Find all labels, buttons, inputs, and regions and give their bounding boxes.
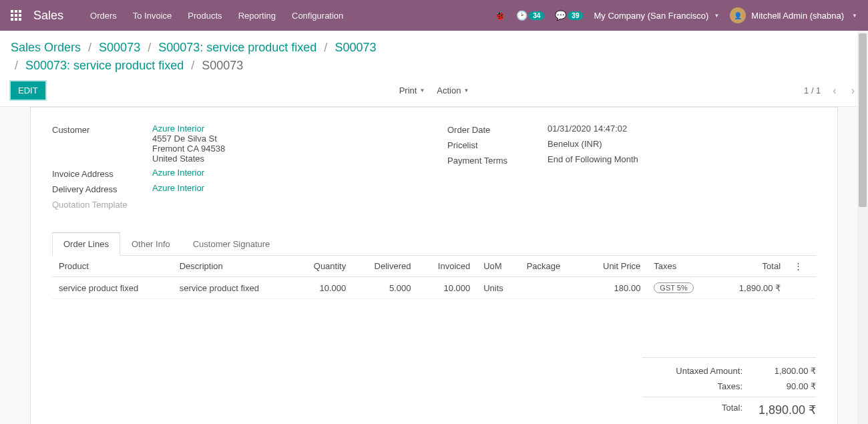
customer-street: 4557 De Silva St: [152, 134, 421, 144]
control-panel: Sales Orders / S00073 / S00073: service …: [0, 31, 868, 107]
grand-total-value: 1,890.00 ₹: [756, 403, 816, 417]
cell-package: [520, 277, 582, 299]
crumb-sep: /: [88, 41, 91, 54]
activities-button[interactable]: 🕑 34: [516, 10, 544, 21]
cp-center: Print Action: [399, 85, 469, 95]
th-taxes[interactable]: Taxes: [647, 256, 716, 277]
pager-next[interactable]: ›: [849, 85, 857, 97]
customer-link[interactable]: Azure Interior: [152, 124, 204, 134]
avatar: 👤: [730, 7, 746, 23]
untaxed-label: Untaxed Amount:: [642, 366, 742, 376]
th-package[interactable]: Package: [520, 256, 582, 277]
label-payment-terms: Payment Terms: [447, 154, 548, 166]
grand-total-label: Total:: [642, 403, 742, 417]
company-name: My Company (San Francisco): [594, 11, 708, 21]
value-customer: Azure Interior 4557 De Silva St Fremont …: [152, 124, 421, 164]
cell-description: service product fixed: [173, 277, 294, 299]
crumb-s00073-1[interactable]: S00073: [99, 41, 140, 54]
edit-button[interactable]: Edit: [11, 81, 45, 99]
crumb-sales-orders[interactable]: Sales Orders: [11, 41, 81, 54]
tab-customer-signature[interactable]: Customer Signature: [182, 232, 282, 255]
th-kebab[interactable]: ⋮: [787, 256, 816, 277]
action-dropdown[interactable]: Action: [437, 85, 469, 95]
form-left-col: Customer Azure Interior 4557 De Silva St…: [52, 124, 421, 214]
th-uom[interactable]: UoM: [477, 256, 519, 277]
th-description[interactable]: Description: [173, 256, 294, 277]
bug-icon[interactable]: 🐞: [494, 10, 505, 21]
clock-icon: 🕑: [516, 10, 527, 21]
nav-to-invoice[interactable]: To Invoice: [133, 11, 172, 21]
th-total[interactable]: Total: [716, 256, 787, 277]
brand-title[interactable]: Sales: [33, 9, 63, 23]
cell-quantity: 10.000: [293, 277, 353, 299]
pager-prev[interactable]: ‹: [830, 85, 839, 97]
cell-delivered: 5.000: [353, 277, 417, 299]
table-row[interactable]: service product fixed service product fi…: [52, 277, 816, 299]
tab-order-lines[interactable]: Order Lines: [52, 232, 120, 256]
tax-pill: GST 5%: [654, 282, 693, 293]
user-menu[interactable]: 👤 Mitchell Admin (shabna): [730, 7, 857, 23]
totals: Untaxed Amount: 1,800.00 ₹ Taxes: 90.00 …: [642, 357, 816, 420]
untaxed-value: 1,800.00 ₹: [756, 366, 816, 376]
row-kebab[interactable]: [787, 277, 816, 299]
scrollbar-thumb[interactable]: [859, 33, 867, 207]
taxes-total-label: Taxes:: [642, 381, 742, 391]
form-right-col: Order Date 01/31/2020 14:47:02 Pricelist…: [447, 124, 816, 214]
crumb-sep: /: [15, 59, 18, 72]
tab-other-info[interactable]: Other Info: [120, 232, 182, 255]
form-wrapper: Customer Azure Interior 4557 De Silva St…: [0, 107, 868, 424]
cell-uom: Units: [477, 277, 519, 299]
th-product[interactable]: Product: [52, 256, 173, 277]
crumb-sep: /: [191, 59, 194, 72]
order-lines-table: Product Description Quantity Delivered I…: [52, 256, 816, 299]
taxes-total-value: 90.00 ₹: [756, 381, 816, 391]
delivery-address-link[interactable]: Azure Interior: [152, 183, 204, 193]
invoice-address-link[interactable]: Azure Interior: [152, 168, 204, 178]
crumb-service-2[interactable]: S00073: service product fixed: [25, 59, 184, 72]
apps-icon[interactable]: [11, 10, 21, 21]
print-dropdown[interactable]: Print: [399, 85, 425, 95]
nav-orders[interactable]: Orders: [90, 11, 117, 21]
breadcrumb: Sales Orders / S00073 / S00073: service …: [11, 39, 857, 75]
value-pricelist: Benelux (INR): [548, 139, 816, 149]
cell-invoiced: 10.000: [417, 277, 477, 299]
th-unit-price[interactable]: Unit Price: [581, 256, 647, 277]
label-quotation-template: Quotation Template: [52, 198, 152, 210]
discuss-count: 39: [568, 11, 583, 20]
crumb-active: S00073: [202, 59, 243, 72]
crumb-s00073-2[interactable]: S00073: [335, 41, 376, 54]
user-name: Mitchell Admin (shabna): [751, 11, 844, 21]
label-delivery-address: Delivery Address: [52, 183, 152, 194]
crumb-sep: /: [324, 41, 327, 54]
nav-reporting[interactable]: Reporting: [238, 11, 276, 21]
company-selector[interactable]: My Company (San Francisco): [594, 11, 719, 21]
th-invoiced[interactable]: Invoiced: [417, 256, 477, 277]
nav-configuration[interactable]: Configuration: [292, 11, 343, 21]
cell-taxes: GST 5%: [647, 277, 716, 299]
customer-city: Fremont CA 94538: [152, 144, 421, 154]
cell-product: service product fixed: [52, 277, 173, 299]
th-quantity[interactable]: Quantity: [293, 256, 353, 277]
nav-menu: Orders To Invoice Products Reporting Con…: [90, 11, 343, 21]
crumb-service-1[interactable]: S00073: service product fixed: [158, 41, 316, 54]
tabs: Order Lines Other Info Customer Signatur…: [52, 232, 816, 256]
label-order-date: Order Date: [447, 124, 548, 135]
label-invoice-address: Invoice Address: [52, 168, 152, 179]
crumb-sep: /: [148, 41, 151, 54]
label-customer: Customer: [52, 124, 152, 135]
label-pricelist: Pricelist: [447, 139, 548, 150]
activities-count: 34: [529, 11, 544, 20]
value-order-date: 01/31/2020 14:47:02: [548, 124, 816, 134]
nav-right: 🐞 🕑 34 💬 39 My Company (San Francisco) 👤…: [494, 7, 857, 23]
main-navbar: Sales Orders To Invoice Products Reporti…: [0, 0, 868, 31]
cell-unit-price: 180.00: [581, 277, 647, 299]
form-sheet: Customer Azure Interior 4557 De Silva St…: [30, 107, 838, 424]
cell-total: 1,890.00 ₹: [716, 277, 787, 299]
value-payment-terms: End of Following Month: [548, 154, 816, 164]
nav-products[interactable]: Products: [188, 11, 222, 21]
scrollbar[interactable]: [857, 31, 868, 424]
customer-country: United States: [152, 154, 421, 164]
discuss-button[interactable]: 💬 39: [555, 10, 583, 21]
pager: 1 / 1 ‹ ›: [804, 85, 857, 97]
th-delivered[interactable]: Delivered: [353, 256, 417, 277]
